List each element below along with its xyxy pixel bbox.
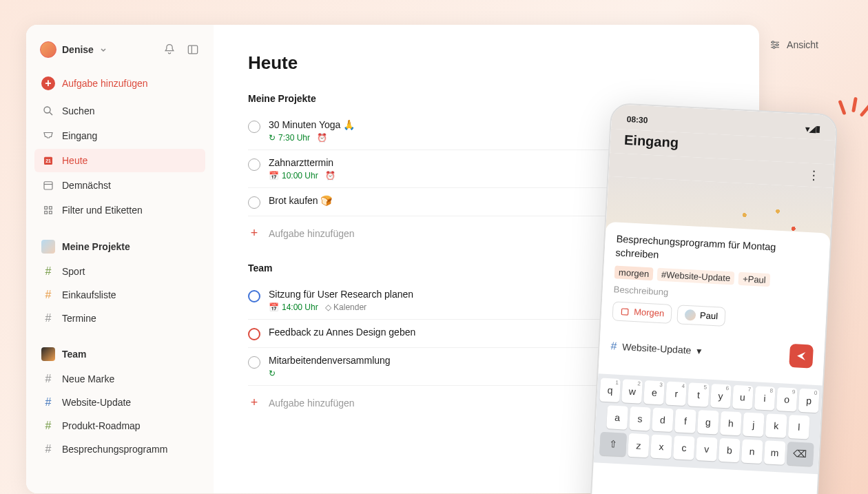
svg-text:21: 21 bbox=[45, 158, 51, 163]
sliders-icon bbox=[769, 39, 781, 51]
section-my-projects[interactable]: Meine Projekte bbox=[34, 234, 205, 259]
nav-search[interactable]: Suchen bbox=[34, 99, 205, 123]
key[interactable]: k bbox=[765, 413, 787, 438]
send-button[interactable] bbox=[789, 343, 814, 368]
view-button[interactable]: Ansicht bbox=[769, 39, 818, 51]
key[interactable]: q1 bbox=[599, 378, 621, 402]
nav-today[interactable]: 21 Heute bbox=[34, 149, 205, 172]
svg-rect-6 bbox=[44, 182, 52, 189]
key[interactable]: h bbox=[720, 411, 742, 435]
backspace-key[interactable]: ⌫ bbox=[787, 442, 814, 466]
nav-inbox[interactable]: Eingang bbox=[34, 124, 205, 147]
inbox-icon bbox=[41, 129, 55, 143]
send-icon bbox=[795, 349, 808, 362]
svg-point-14 bbox=[773, 46, 775, 48]
project-termine[interactable]: #Termine bbox=[34, 307, 205, 329]
key[interactable]: i8 bbox=[754, 386, 776, 410]
keyboard: q1w2e3r4t5y6u7i8o9p0 asdfghjkl ⇧zxcvbnm⌫ bbox=[594, 373, 823, 474]
project-label: Besprechungsprogramm bbox=[62, 444, 167, 455]
pill-assignee[interactable]: Paul bbox=[676, 305, 725, 327]
key[interactable]: z bbox=[628, 433, 650, 457]
key[interactable]: s bbox=[629, 406, 651, 431]
key[interactable]: y6 bbox=[710, 384, 732, 408]
pill-date[interactable]: Morgen bbox=[612, 301, 672, 323]
plus-icon: + bbox=[248, 226, 260, 240]
svg-point-12 bbox=[772, 41, 774, 43]
key[interactable]: t5 bbox=[688, 382, 710, 406]
key[interactable]: e3 bbox=[643, 380, 665, 404]
project-produkt-roadmap[interactable]: #Produkt-Roadmap bbox=[34, 415, 205, 437]
user-menu[interactable]: Denise bbox=[40, 41, 107, 58]
chip-project[interactable]: #Website-Update bbox=[657, 267, 735, 285]
key[interactable]: m bbox=[764, 440, 786, 465]
nav-label: Heute bbox=[62, 155, 87, 166]
key[interactable]: l bbox=[788, 415, 810, 440]
avatar bbox=[40, 41, 56, 58]
project-sport[interactable]: #Sport bbox=[34, 260, 205, 282]
phone-time: 08:30 bbox=[626, 114, 648, 125]
hash-icon: # bbox=[41, 443, 55, 455]
key[interactable]: x bbox=[650, 434, 672, 459]
alarm-icon: ⏰ bbox=[317, 133, 327, 143]
task-checkbox[interactable] bbox=[248, 356, 260, 369]
task-checkbox[interactable] bbox=[248, 328, 260, 340]
shift-key[interactable]: ⇧ bbox=[599, 431, 627, 456]
project-neue-marke[interactable]: #Neue Marke bbox=[34, 368, 205, 390]
date-icon: 📅 10:00 Uhr bbox=[269, 171, 318, 181]
panel-icon[interactable] bbox=[186, 43, 200, 56]
project-besprechungsprogramm[interactable]: #Besprechungsprogramm bbox=[34, 438, 205, 460]
key[interactable]: o9 bbox=[776, 387, 798, 411]
key[interactable]: f bbox=[674, 409, 696, 433]
add-task-button[interactable]: + Aufgabe hinzufügen bbox=[34, 72, 205, 95]
phone-task-card: Besprechungsprogramm für Montag schreibe… bbox=[599, 222, 831, 382]
section-team[interactable]: Team bbox=[34, 342, 205, 367]
task-checkbox[interactable] bbox=[248, 196, 260, 209]
key[interactable]: a bbox=[606, 405, 628, 430]
project-einkaufsliste[interactable]: #Einkaufsliste bbox=[34, 284, 205, 306]
workspace-avatar bbox=[41, 240, 55, 254]
chip-paul[interactable]: +Paul bbox=[738, 271, 771, 286]
key[interactable]: b bbox=[719, 438, 741, 462]
nav-upcoming[interactable]: Demnächst bbox=[34, 174, 205, 197]
group-title: Meine Projekte bbox=[248, 93, 725, 104]
page-title: Heute bbox=[248, 52, 725, 74]
nav-filters[interactable]: Filter und Etiketten bbox=[34, 198, 205, 222]
sidebar-header: Denise bbox=[34, 39, 205, 61]
status-icons: ▾◢▮ bbox=[805, 124, 821, 134]
bell-icon[interactable] bbox=[163, 43, 176, 56]
workspace-avatar bbox=[41, 347, 55, 361]
task-checkbox[interactable] bbox=[248, 290, 260, 302]
hash-icon: # bbox=[610, 340, 617, 352]
nav-label: Eingang bbox=[62, 130, 97, 141]
project-label: Einkaufsliste bbox=[62, 289, 116, 300]
svg-rect-10 bbox=[45, 212, 48, 214]
hash-icon: # bbox=[41, 373, 55, 385]
recurring-icon: ↻ bbox=[269, 369, 276, 378]
project-website-update[interactable]: #Website-Update bbox=[34, 391, 205, 413]
key[interactable]: n bbox=[741, 439, 763, 464]
task-checkbox[interactable] bbox=[248, 158, 260, 171]
project-label: Termine bbox=[62, 313, 96, 324]
svg-rect-11 bbox=[50, 212, 52, 214]
calendar-icon bbox=[41, 178, 55, 192]
project-label: Website-Update bbox=[62, 397, 131, 408]
calendar-today-icon: 21 bbox=[41, 154, 55, 167]
plus-icon: + bbox=[41, 76, 55, 90]
key[interactable]: u7 bbox=[732, 384, 754, 409]
key[interactable]: v bbox=[696, 437, 718, 462]
phone-project-selector[interactable]: # Website-Update ▾ bbox=[610, 340, 702, 357]
sidebar: Denise + Aufgabe hinzufügen Suchen Einga… bbox=[26, 25, 214, 493]
chip-morgen[interactable]: morgen bbox=[614, 265, 654, 280]
key[interactable]: d bbox=[652, 407, 674, 432]
key[interactable]: w2 bbox=[621, 379, 643, 403]
task-checkbox[interactable] bbox=[248, 121, 260, 133]
project-label: Produkt-Roadmap bbox=[62, 420, 141, 431]
section-label: Meine Projekte bbox=[62, 241, 130, 252]
svg-point-2 bbox=[44, 107, 50, 113]
key[interactable]: p0 bbox=[798, 388, 820, 412]
key[interactable]: r4 bbox=[665, 381, 687, 405]
key[interactable]: c bbox=[673, 435, 695, 460]
hash-icon: # bbox=[41, 420, 55, 432]
key[interactable]: g bbox=[697, 410, 719, 435]
key[interactable]: j bbox=[743, 412, 765, 437]
